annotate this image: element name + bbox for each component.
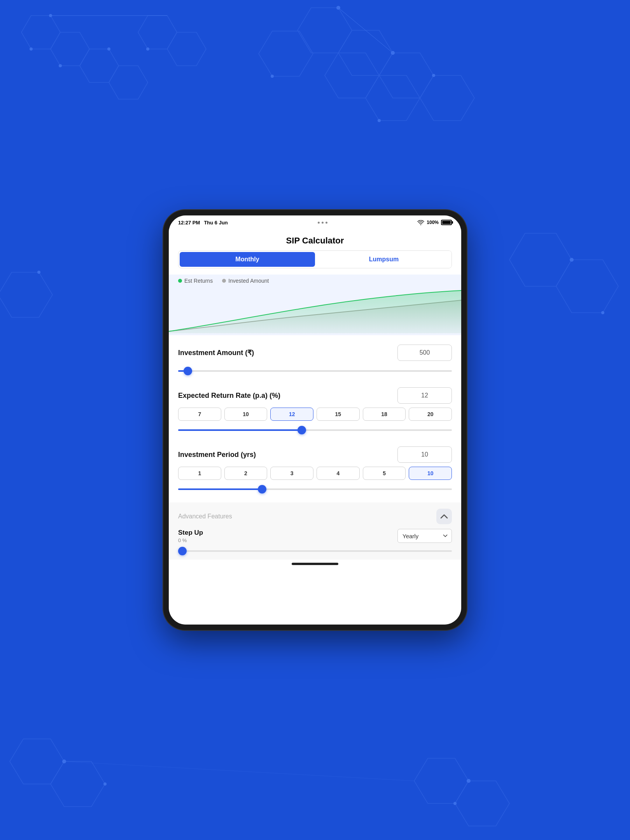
- svg-point-19: [336, 6, 340, 10]
- investment-amount-slider-container: [178, 365, 452, 378]
- device-frame: 12:27 PM Thu 6 Jun 100%: [163, 210, 467, 630]
- period-btn-5[interactable]: 5: [363, 467, 406, 480]
- legend-invested-amount: Invested Amount: [222, 278, 269, 284]
- svg-point-21: [432, 74, 435, 77]
- step-up-slider[interactable]: [178, 550, 452, 552]
- investment-period-header: Investment Period (yrs): [178, 446, 452, 463]
- svg-marker-3: [80, 49, 119, 82]
- return-rate-label: Expected Return Rate (p.a) (%): [178, 392, 280, 400]
- svg-marker-4: [109, 66, 148, 99]
- svg-point-37: [37, 271, 40, 274]
- advanced-collapse-button[interactable]: [436, 509, 452, 524]
- frequency-select[interactable]: Yearly Monthly Quarterly: [397, 529, 452, 543]
- advanced-features-title: Advanced Features: [178, 513, 232, 520]
- legend-est-returns-label: Est Returns: [184, 278, 213, 284]
- status-dot-2: [322, 222, 324, 224]
- svg-point-22: [378, 119, 381, 122]
- svg-marker-8: [338, 30, 393, 75]
- svg-point-41: [420, 224, 421, 225]
- svg-point-23: [271, 75, 274, 78]
- svg-marker-33: [556, 260, 618, 313]
- svg-point-30: [467, 779, 471, 783]
- investment-period-slider-container: [178, 483, 452, 496]
- legend-dot-green: [178, 279, 182, 283]
- svg-point-31: [453, 802, 457, 805]
- step-up-row: Step Up 0 % Yearly Monthly Quarterly: [178, 529, 452, 543]
- svg-point-20: [391, 51, 395, 55]
- svg-point-26: [62, 760, 66, 763]
- status-bar: 12:27 PM Thu 6 Jun 100%: [169, 215, 461, 229]
- status-date: Thu 6 Jun: [204, 220, 228, 226]
- return-rate-btn-7[interactable]: 7: [178, 408, 221, 421]
- svg-marker-11: [325, 53, 379, 98]
- step-up-label: Step Up: [178, 529, 203, 537]
- period-btn-3[interactable]: 3: [270, 467, 313, 480]
- period-btn-4[interactable]: 4: [317, 467, 360, 480]
- svg-marker-6: [167, 32, 206, 66]
- status-time: 12:27 PM: [178, 220, 200, 226]
- app-title: SIP Calculator: [169, 229, 461, 250]
- legend-row: Est Returns Invested Amount: [169, 275, 461, 289]
- return-rate-section: Expected Return Rate (p.a) (%) 7 10 12 1…: [169, 381, 461, 440]
- svg-point-15: [30, 47, 33, 51]
- advanced-features-header: Advanced Features: [178, 509, 452, 524]
- svg-point-14: [49, 14, 52, 17]
- investment-period-input[interactable]: [397, 446, 452, 463]
- investment-period-quick-btns: 1 2 3 4 5 10: [178, 467, 452, 480]
- period-btn-2[interactable]: 2: [224, 467, 268, 480]
- svg-marker-5: [138, 16, 177, 49]
- return-rate-btn-15[interactable]: 15: [317, 408, 360, 421]
- return-rate-slider[interactable]: [178, 429, 452, 431]
- battery-fill: [442, 221, 451, 224]
- svg-marker-2: [51, 32, 89, 66]
- return-rate-input[interactable]: [397, 387, 452, 404]
- return-rate-header: Expected Return Rate (p.a) (%): [178, 387, 452, 404]
- period-btn-1[interactable]: 1: [178, 467, 221, 480]
- return-rate-btn-10[interactable]: 10: [224, 408, 268, 421]
- device-screen: 12:27 PM Thu 6 Jun 100%: [169, 215, 461, 625]
- battery-icon: [441, 220, 452, 225]
- return-rate-btn-20[interactable]: 20: [409, 408, 452, 421]
- return-rate-slider-container: [178, 424, 452, 437]
- tab-lumpsum[interactable]: Lumpsum: [316, 251, 452, 268]
- svg-marker-29: [455, 781, 509, 826]
- status-center: [318, 222, 327, 224]
- investment-amount-slider[interactable]: [178, 370, 452, 372]
- return-rate-btn-18[interactable]: 18: [363, 408, 406, 421]
- investment-amount-section: Investment Amount (₹): [169, 338, 461, 381]
- legend-dot-gray: [222, 279, 226, 283]
- home-indicator: [292, 563, 338, 565]
- legend-est-returns: Est Returns: [178, 278, 213, 284]
- period-btn-10[interactable]: 10: [409, 467, 452, 480]
- svg-point-27: [103, 782, 107, 786]
- svg-point-16: [59, 64, 62, 67]
- legend-invested-amount-label: Invested Amount: [228, 278, 269, 284]
- svg-marker-7: [298, 8, 352, 53]
- advanced-features-section: Advanced Features Step Up 0 % Yearly: [169, 502, 461, 560]
- investment-period-section: Investment Period (yrs) 1 2 3 4 5 10: [169, 440, 461, 499]
- investment-amount-label: Investment Amount (₹): [178, 348, 254, 357]
- svg-marker-32: [509, 233, 572, 286]
- tab-monthly[interactable]: Monthly: [180, 252, 315, 267]
- return-rate-btn-12[interactable]: 12: [270, 408, 313, 421]
- svg-marker-13: [259, 31, 313, 76]
- tab-toggle-container: Monthly Lumpsum: [178, 250, 452, 268]
- svg-marker-24: [10, 739, 64, 784]
- svg-marker-10: [420, 75, 474, 121]
- wifi-icon: [417, 220, 424, 225]
- investment-period-label: Investment Period (yrs): [178, 451, 256, 459]
- chevron-up-icon: [440, 514, 448, 519]
- investment-period-slider[interactable]: [178, 488, 452, 490]
- svg-marker-1: [21, 16, 60, 49]
- svg-point-18: [146, 47, 149, 51]
- status-right: 100%: [417, 220, 452, 225]
- svg-line-40: [64, 761, 414, 781]
- svg-point-35: [601, 311, 604, 314]
- svg-point-17: [107, 47, 110, 51]
- investment-amount-header: Investment Amount (₹): [178, 345, 452, 361]
- step-up-slider-container: [178, 546, 452, 553]
- status-left: 12:27 PM Thu 6 Jun: [178, 220, 228, 226]
- step-up-value: 0 %: [178, 537, 203, 543]
- app-content: SIP Calculator Monthly Lumpsum Est Retur…: [169, 229, 461, 625]
- investment-amount-input[interactable]: [397, 345, 452, 361]
